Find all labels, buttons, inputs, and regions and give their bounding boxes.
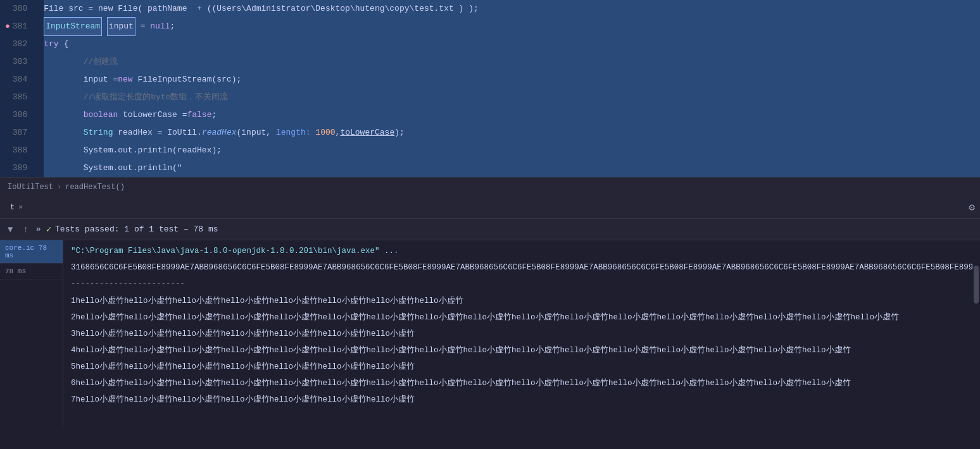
code-line-385: //读取指定长度的byte数组，不关闭流	[44, 89, 980, 106]
code-380-span: File src = new File( pathName	[44, 0, 197, 18]
output-line-5: 3hello小虚竹hello小虚竹hello小虚竹hello小虚竹hello小虚…	[63, 325, 972, 341]
output-line-1: 3168656C6C6FE5B08FE8999AE7ABB968656C6C6F…	[63, 259, 972, 276]
close-tab-button[interactable]: ×	[18, 204, 23, 211]
line-number-382: 382	[5, 35, 34, 53]
code-line-383: //创建流	[44, 53, 980, 71]
line-number-389: 389	[5, 159, 34, 177]
breadcrumb-sep: ›	[57, 183, 61, 192]
test-results-container: core.ic 78 ms 78 ms "C:\Program Files\Ja…	[0, 240, 980, 430]
output-text-1: 3168656C6C6FE5B08FE8999AE7ABB968656C6C6F…	[71, 263, 972, 272]
test-toolbar: t × ⚙	[0, 196, 980, 219]
test-tab[interactable]: t ×	[5, 200, 28, 214]
output-line-7: 5hello小虚竹hello小虚竹hello小虚竹hello小虚竹hello小虚…	[63, 358, 972, 374]
output-line-3: 1hello小虚竹hello小虚竹hello小虚竹hello小虚竹hello小虚…	[63, 292, 972, 309]
test-result-label: ✓ Tests passed: 1 of 1 test – 78 ms	[46, 224, 218, 235]
output-text-6: 4hello小虚竹hello小虚竹hello小虚竹hello小虚竹hello小虚…	[71, 345, 851, 355]
scrollbar-thumb[interactable]	[974, 266, 979, 304]
more-button[interactable]: »	[36, 225, 41, 234]
sidebar-item-core-label: core.ic 78 ms	[5, 244, 47, 259]
test-result-text: Tests passed: 1 of 1 test – 78 ms	[55, 225, 218, 234]
code-line-388: System.out.println(readHex);	[44, 142, 980, 159]
line-number-384: 384	[5, 71, 34, 89]
input-token: input	[107, 17, 135, 36]
output-text-4: 2hello小虚竹hello小虚竹hello小虚竹hello小虚竹hello小虚…	[71, 312, 899, 323]
code-line-381: InputStream input = null ;	[44, 18, 980, 35]
breadcrumb: IoUtilTest › readHexTest()	[0, 177, 980, 196]
line-number-385: 385	[5, 89, 34, 106]
code-line-380: File src = new File( pathName + ((Users\…	[44, 0, 980, 18]
sidebar-item-core[interactable]: core.ic 78 ms	[0, 240, 63, 264]
output-text-5: 3hello小虚竹hello小虚竹hello小虚竹hello小虚竹hello小虚…	[71, 328, 415, 339]
breadcrumb-class[interactable]: IoUtilTest	[8, 183, 53, 192]
test-output-content: "C:\Program Files\Java\java-1.8.0-openjd…	[63, 240, 972, 430]
output-text-9: 7hello小虚竹hello小虚竹hello小虚竹hello小虚竹hello小虚…	[71, 394, 415, 405]
test-output-area: "C:\Program Files\Java\java-1.8.0-openjd…	[63, 240, 980, 430]
output-line-sep: ------------------------	[63, 276, 972, 292]
code-line-384: input = new FileInputStream(src);	[44, 71, 980, 89]
output-text-7: 5hello小虚竹hello小虚竹hello小虚竹hello小虚竹hello小虚…	[71, 361, 415, 372]
line-number-381: ●381	[5, 18, 34, 35]
output-text-3: 1hello小虚竹hello小虚竹hello小虚竹hello小虚竹hello小虚…	[71, 295, 463, 306]
up-arrow-button[interactable]: ↑	[20, 223, 30, 236]
output-line-0: "C:\Program Files\Java\java-1.8.0-openjd…	[63, 243, 972, 259]
output-text-8: 6hello小虚竹hello小虚竹hello小虚竹hello小虚竹hello小虚…	[71, 378, 851, 388]
line-number-380: 380	[5, 0, 34, 18]
test-actions-bar: ▼ ↑ » ✓ Tests passed: 1 of 1 test – 78 m…	[0, 219, 980, 240]
code-line-382: try {	[44, 35, 980, 53]
inputstream-token: InputStream	[44, 17, 102, 36]
line-number-383: 383	[5, 53, 34, 71]
output-line-4: 2hello小虚竹hello小虚竹hello小虚竹hello小虚竹hello小虚…	[63, 309, 972, 325]
pass-icon: ✓	[46, 224, 51, 235]
breadcrumb-method[interactable]: readHexTest()	[65, 183, 125, 192]
breakpoint-icon: ●	[5, 18, 10, 35]
output-line-8: 6hello小虚竹hello小虚竹hello小虚竹hello小虚竹hello小虚…	[63, 374, 972, 391]
output-text-0: "C:\Program Files\Java\java-1.8.0-openjd…	[71, 247, 399, 255]
settings-button[interactable]: ⚙	[969, 201, 975, 214]
collapse-button[interactable]: ▼	[5, 223, 15, 236]
line-number-386: 386	[5, 106, 34, 124]
line-number-387: 387	[5, 124, 34, 142]
code-line-387: String readHex = IoUtil. readHex (input,…	[44, 124, 980, 142]
code-content: 380 ●381 382 383 384 385 386 387 388 389…	[0, 0, 980, 177]
output-line-9: 7hello小虚竹hello小虚竹hello小虚竹hello小虚竹hello小虚…	[63, 391, 972, 407]
test-panel: t × ⚙ ▼ ↑ » ✓ Tests passed: 1 of 1 test …	[0, 196, 980, 430]
vertical-scrollbar[interactable]	[972, 240, 980, 430]
output-separator: ------------------------	[71, 280, 185, 288]
code-line-386: boolean toLowerCase = false ;	[44, 106, 980, 124]
sidebar-item-78ms-label: 78 ms	[5, 268, 26, 275]
line-numbers: 380 ●381 382 383 384 385 386 387 388 389	[0, 0, 39, 177]
line-number-388: 388	[5, 142, 34, 159]
code-line-389: System.out.println("	[44, 159, 980, 177]
output-line-6: 4hello小虚竹hello小虚竹hello小虚竹hello小虚竹hello小虚…	[63, 341, 972, 358]
test-sidebar: core.ic 78 ms 78 ms	[0, 240, 63, 430]
sidebar-item-78ms[interactable]: 78 ms	[0, 264, 63, 280]
tab-label: t	[10, 203, 15, 212]
editor-area: 380 ●381 382 383 384 385 386 387 388 389…	[0, 0, 980, 196]
code-lines: File src = new File( pathName + ((Users\…	[39, 0, 980, 177]
